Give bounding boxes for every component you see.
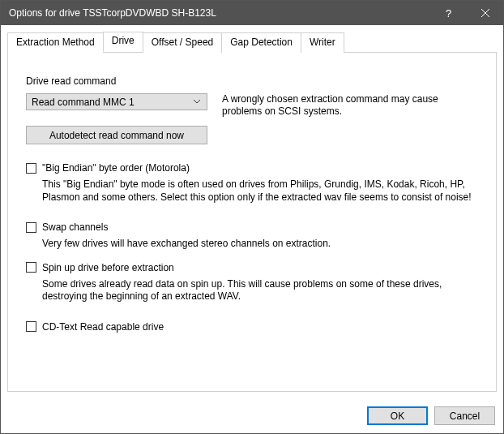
big-endian-group: "Big Endian" byte order (Motorola) This … [26, 162, 478, 204]
spin-up-label[interactable]: Spin up drive before extraction [42, 262, 174, 273]
tab-panel-drive: Drive read command Read command MMC 1 A … [7, 52, 497, 392]
read-command-label: Drive read command [26, 75, 478, 87]
read-command-dropdown[interactable]: Read command MMC 1 [26, 93, 207, 110]
cd-text-label[interactable]: CD-Text Read capable drive [42, 321, 164, 333]
cd-text-checkbox[interactable] [26, 321, 36, 332]
big-endian-checkbox[interactable] [26, 163, 36, 174]
cancel-button[interactable]: Cancel [434, 406, 495, 425]
autodetect-button[interactable]: Autodetect read command now [26, 126, 207, 144]
read-command-hint: A wrongly chosen extraction command may … [222, 93, 478, 118]
spin-up-checkbox[interactable] [26, 262, 36, 273]
spin-up-group: Spin up drive before extraction Some dri… [26, 262, 478, 303]
swap-channels-group: Swap channels Very few drives will have … [26, 221, 478, 251]
content-area: Extraction Method Drive Offset / Speed G… [1, 25, 503, 398]
dialog-footer: OK Cancel [1, 398, 503, 433]
big-endian-label[interactable]: "Big Endian" byte order (Motorola) [42, 162, 190, 174]
chevron-down-icon [192, 100, 202, 104]
tab-gap-detection[interactable]: Gap Detection [221, 32, 301, 53]
help-button[interactable]: ? [430, 1, 467, 25]
read-command-row: Read command MMC 1 A wrongly chosen extr… [26, 93, 478, 118]
tab-strip: Extraction Method Drive Offset / Speed G… [7, 32, 497, 52]
tab-extraction-method[interactable]: Extraction Method [7, 32, 104, 53]
tab-writer[interactable]: Writer [301, 32, 344, 53]
close-icon [481, 9, 489, 17]
help-icon: ? [446, 7, 451, 19]
close-button[interactable] [467, 1, 503, 25]
titlebar: Options for drive TSSTcorpDVDWBD SH-B123… [1, 1, 503, 25]
tab-offset-speed[interactable]: Offset / Speed [143, 32, 223, 53]
ok-button[interactable]: OK [367, 406, 428, 425]
swap-channels-desc: Very few drives will have exchanged ster… [42, 238, 478, 251]
big-endian-desc: This "Big Endian" byte mode is often use… [42, 178, 478, 204]
swap-channels-label[interactable]: Swap channels [42, 221, 108, 233]
dropdown-value: Read command MMC 1 [32, 97, 192, 108]
window-title: Options for drive TSSTcorpDVDWBD SH-B123… [9, 7, 430, 19]
spin-up-desc: Some drives already read data on spin up… [42, 278, 478, 303]
cd-text-group: CD-Text Read capable drive [26, 321, 478, 333]
tab-drive[interactable]: Drive [103, 32, 143, 52]
swap-channels-checkbox[interactable] [26, 222, 36, 233]
